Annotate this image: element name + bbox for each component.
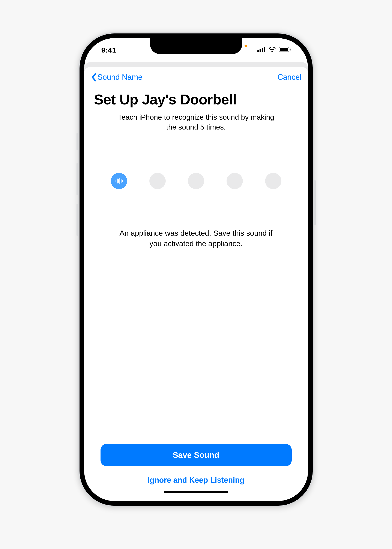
screen: 9:41	[84, 38, 308, 501]
iphone-bezel: 9:41	[79, 34, 313, 506]
progress-dot-3	[188, 173, 204, 189]
volume-up-button	[77, 163, 78, 195]
svg-rect-1	[259, 49, 261, 52]
svg-rect-3	[264, 47, 265, 52]
bottom-actions: Save Sound Ignore and Keep Listening	[94, 444, 298, 501]
page-title: Set Up Jay's Doorbell	[94, 91, 298, 108]
svg-rect-5	[280, 48, 288, 51]
back-label: Sound Name	[98, 73, 142, 82]
notch	[150, 38, 242, 54]
waveform-icon	[115, 177, 123, 185]
status-icons	[257, 47, 291, 53]
status-time: 9:41	[101, 46, 116, 54]
detection-message: An appliance was detected. Save this sou…	[115, 228, 278, 249]
wifi-icon	[268, 47, 276, 53]
ignore-keep-listening-button[interactable]: Ignore and Keep Listening	[98, 476, 294, 485]
progress-dot-2	[149, 173, 166, 189]
progress-dot-1	[111, 173, 127, 189]
svg-rect-6	[290, 49, 291, 51]
cancel-button[interactable]: Cancel	[277, 73, 301, 82]
progress-dot-4	[227, 173, 243, 189]
home-indicator[interactable]	[164, 491, 228, 493]
back-button[interactable]: Sound Name	[91, 73, 142, 82]
battery-icon	[279, 47, 291, 53]
iphone-frame: 9:41	[78, 32, 314, 507]
modal-sheet: Sound Name Cancel Set Up Jay's Doorbell …	[84, 67, 308, 501]
progress-dot-5	[265, 173, 281, 189]
nav-bar: Sound Name Cancel	[84, 67, 308, 87]
content: Set Up Jay's Doorbell Teach iPhone to re…	[84, 87, 308, 501]
svg-rect-0	[257, 50, 259, 52]
svg-rect-2	[262, 48, 263, 52]
save-sound-button[interactable]: Save Sound	[100, 444, 292, 466]
volume-down-button	[77, 204, 78, 236]
chevron-left-icon	[91, 73, 97, 81]
instructions-text: Teach iPhone to recognize this sound by …	[115, 112, 278, 132]
progress-dots	[111, 173, 281, 189]
privacy-indicator-dot	[245, 45, 247, 47]
cellular-icon	[257, 47, 266, 53]
